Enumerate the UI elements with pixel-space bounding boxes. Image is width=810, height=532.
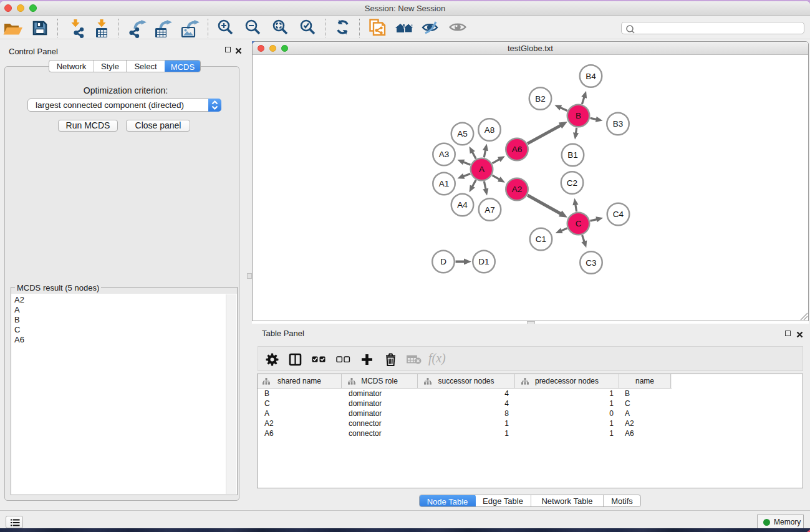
svg-text:C4: C4 <box>613 210 624 219</box>
svg-text:D1: D1 <box>478 257 489 266</box>
svg-text:B3: B3 <box>613 119 624 128</box>
svg-text:A7: A7 <box>485 205 495 215</box>
svg-text:A1: A1 <box>439 179 450 188</box>
svg-text:C3: C3 <box>586 258 596 268</box>
svg-text:B2: B2 <box>535 94 546 104</box>
svg-text:C1: C1 <box>536 235 546 244</box>
svg-text:A6: A6 <box>512 145 523 154</box>
svg-text:A2: A2 <box>512 185 523 194</box>
svg-text:A8: A8 <box>485 125 495 135</box>
svg-text:D: D <box>440 257 446 266</box>
svg-text:A4: A4 <box>457 200 468 210</box>
svg-text:C2: C2 <box>567 178 577 188</box>
svg-text:C: C <box>576 219 582 228</box>
svg-text:A: A <box>479 165 485 174</box>
svg-text:B1: B1 <box>567 150 578 160</box>
svg-text:B4: B4 <box>586 72 596 81</box>
svg-text:B: B <box>576 111 581 120</box>
svg-text:A5: A5 <box>457 129 468 138</box>
svg-text:A3: A3 <box>439 150 450 159</box>
